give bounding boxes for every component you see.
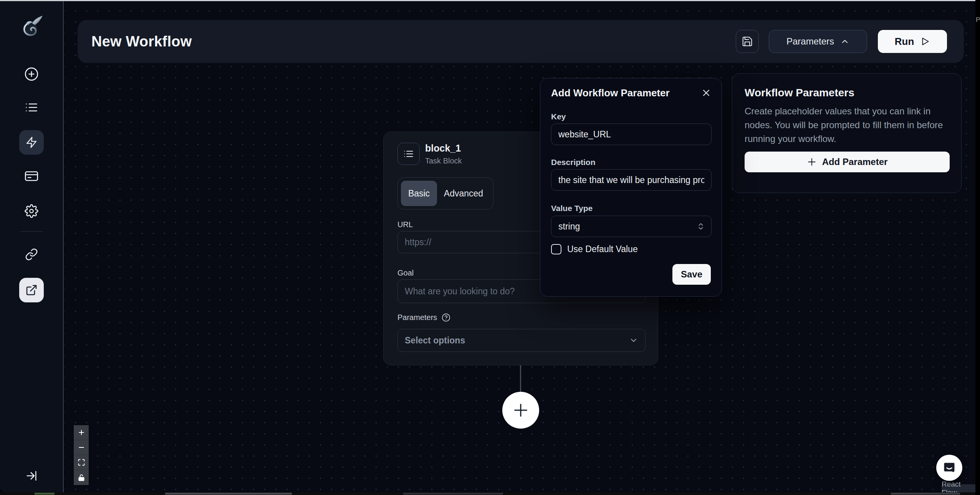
value-type-value: string: [558, 221, 580, 232]
chat-bubble-icon: [942, 460, 957, 475]
play-icon: [920, 36, 930, 46]
sidebar-item-billing[interactable]: [19, 164, 44, 188]
dragon-logo: [19, 13, 44, 40]
parameters-button-label: Parameters: [786, 36, 834, 47]
fit-view-icon: [78, 459, 85, 466]
minus-icon: [78, 444, 85, 451]
block-icon-box: [397, 143, 420, 165]
zoom-out-button[interactable]: [74, 440, 89, 455]
app-logo: [19, 14, 44, 39]
window-bottom-edge: [0, 492, 980, 495]
close-icon: [701, 87, 712, 98]
panel-title: Workflow Parameters: [745, 87, 854, 99]
block-tabs: Basic Advanced: [397, 177, 493, 210]
block-type-label: Task Block: [425, 157, 462, 165]
description-field-label: Description: [551, 158, 596, 167]
sidebar-item-workflows[interactable]: [19, 130, 44, 155]
sidebar-collapse-toggle[interactable]: [19, 464, 44, 488]
gear-icon: [25, 204, 38, 218]
sidebar-item-explorer[interactable]: [19, 278, 44, 302]
use-default-checkbox[interactable]: [551, 244, 561, 254]
external-link-icon: [25, 284, 38, 296]
zap-icon: [25, 136, 38, 148]
value-type-select[interactable]: string: [551, 216, 712, 237]
save-parameter-button[interactable]: Save: [672, 264, 711, 285]
modal-title: Add Workflow Parameter: [551, 87, 670, 99]
chevron-down-icon: [629, 336, 638, 345]
save-workflow-button[interactable]: [736, 30, 759, 53]
collapse-icon: [25, 469, 38, 482]
lock-toggle-button[interactable]: [74, 470, 89, 485]
add-block-button[interactable]: [502, 392, 539, 429]
fit-view-button[interactable]: [74, 455, 89, 470]
list-icon: [403, 148, 414, 159]
sidebar-item-settings[interactable]: [19, 199, 44, 223]
plus-icon: [807, 157, 817, 167]
chat-widget-button[interactable]: [936, 455, 962, 481]
workflow-header: New Workflow Parameters Run: [78, 20, 964, 63]
page-title: New Workflow: [91, 20, 192, 63]
chevron-up-icon: [840, 37, 849, 46]
panel-description: Create placeholder values that you can l…: [745, 104, 950, 146]
chevrons-up-down-icon: [697, 222, 705, 231]
sidebar-item-runs[interactable]: [19, 95, 44, 120]
key-input[interactable]: [551, 124, 712, 145]
block-parameters-row: Parameters: [397, 313, 450, 322]
unlock-icon: [78, 474, 85, 482]
block-parameters-select[interactable]: Select options: [397, 329, 646, 352]
sidebar: [0, 1, 64, 492]
flow-edge: [520, 365, 521, 392]
workflow-builder-app: New Workflow Parameters Run: [0, 0, 980, 495]
plus-icon: [512, 401, 530, 419]
edge-text-fragment: PM: [976, 16, 980, 24]
credit-card-icon: [25, 169, 38, 183]
select-placeholder: Select options: [405, 335, 465, 346]
workflow-parameters-panel: Workflow Parameters Create placeholder v…: [732, 73, 962, 193]
window-right-edge: PM: [975, 0, 980, 495]
add-workflow-parameter-modal: Add Workflow Parameter Key Description V…: [540, 78, 722, 297]
tab-advanced[interactable]: Advanced: [437, 181, 490, 206]
link-icon: [25, 248, 38, 261]
save-icon: [742, 36, 753, 47]
sidebar-divider: [21, 231, 43, 232]
zoom-in-button[interactable]: [74, 425, 89, 440]
run-button-label: Run: [895, 36, 914, 48]
key-field-label: Key: [551, 112, 566, 121]
run-button[interactable]: Run: [878, 30, 947, 53]
value-type-field-label: Value Type: [551, 204, 593, 213]
add-parameter-button[interactable]: Add Parameter: [745, 152, 950, 172]
list-icon: [25, 101, 38, 114]
sidebar-item-create[interactable]: [19, 62, 44, 86]
tab-basic[interactable]: Basic: [401, 181, 437, 206]
add-parameter-label: Add Parameter: [822, 157, 888, 167]
flow-controls: [74, 425, 89, 485]
help-circle-icon[interactable]: [442, 313, 450, 322]
url-field-label: URL: [397, 220, 413, 229]
plus-circle-icon: [24, 67, 39, 81]
use-default-label: Use Default Value: [567, 244, 638, 254]
parameters-toggle-button[interactable]: Parameters: [769, 30, 867, 53]
sidebar-item-integrations[interactable]: [19, 242, 44, 267]
react-flow-attribution[interactable]: React Flow: [942, 484, 976, 492]
description-input[interactable]: [551, 169, 712, 191]
block-parameters-label: Parameters: [397, 313, 437, 322]
window-top-edge: [0, 0, 975, 1]
use-default-value-row: Use Default Value: [551, 244, 638, 254]
plus-icon: [78, 429, 85, 436]
block-name: block_1: [425, 143, 461, 154]
goal-field-label: Goal: [397, 269, 414, 277]
close-modal-button[interactable]: [701, 87, 712, 98]
